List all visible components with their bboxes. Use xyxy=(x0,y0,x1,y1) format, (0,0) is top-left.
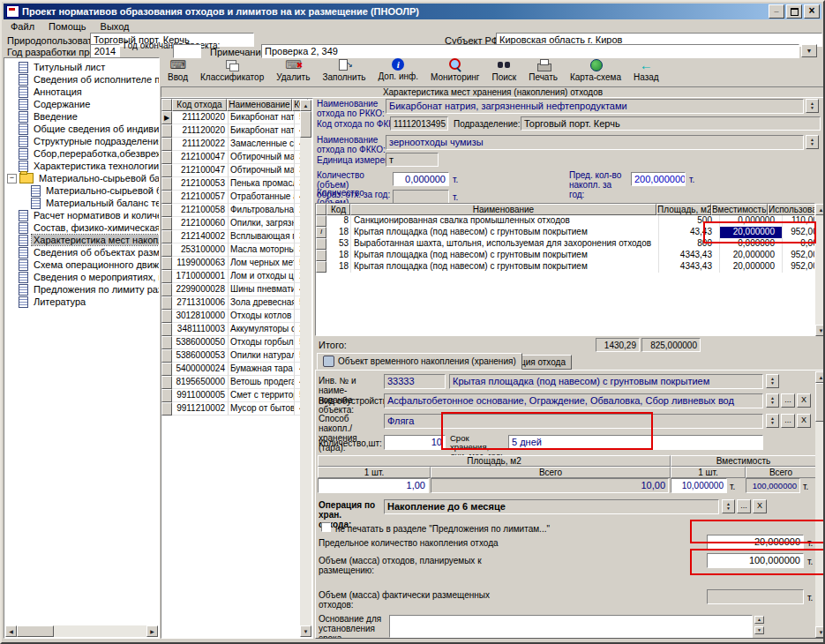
toolbar-button[interactable]: Ввод xyxy=(166,57,190,83)
row-selector[interactable] xyxy=(161,138,172,151)
rkko-field[interactable]: Бикарбонат натрия, загрязненный нефтепро… xyxy=(386,99,804,114)
waste-row[interactable]: 1199000063 Лом черных мета. 5 xyxy=(161,257,312,270)
row-selector[interactable] xyxy=(316,215,326,227)
tree-item[interactable]: Титульный лист xyxy=(4,61,159,73)
list-scroll-thumb[interactable] xyxy=(300,111,311,138)
waste-row[interactable]: 3481110003 Аккумуляторы св 2 xyxy=(161,323,312,336)
row-selector[interactable] xyxy=(161,151,172,164)
col-code[interactable]: Код xyxy=(326,204,350,215)
tree-item[interactable]: Сведения об объектах размещения отх xyxy=(4,246,159,258)
tree-item[interactable]: Сбор,переработка,обезвреживание,зах xyxy=(4,147,159,160)
waste-row[interactable]: 212100058 Фильтровальная 2 xyxy=(161,204,312,217)
sposob-dots-button[interactable]: ... xyxy=(781,414,795,428)
qty-in-field[interactable] xyxy=(393,190,449,204)
waste-row[interactable]: 5386000053 Опилки натураль 5 xyxy=(161,349,312,363)
restore-button[interactable] xyxy=(786,4,802,19)
oper-clear-button[interactable]: X xyxy=(753,499,767,513)
row-selector[interactable] xyxy=(161,124,172,138)
grid-scroll-up[interactable] xyxy=(815,204,825,215)
row-selector[interactable]: ▶ xyxy=(161,111,172,124)
row-selector[interactable] xyxy=(161,217,172,230)
row-selector[interactable] xyxy=(316,261,326,273)
row-selector[interactable] xyxy=(161,164,172,177)
vid-clear-button[interactable]: X xyxy=(797,393,811,408)
row-selector[interactable] xyxy=(161,389,172,402)
detail-scroll-down[interactable] xyxy=(815,626,825,638)
waste-row[interactable]: 253100000 Масла моторные 3 xyxy=(161,243,312,257)
toolbar-button[interactable]: Классификатор xyxy=(199,57,266,83)
osn-spin-down[interactable] xyxy=(754,626,764,634)
row-selector[interactable] xyxy=(161,363,172,376)
sposob-field[interactable]: Фляга xyxy=(384,414,763,429)
fkko-name-field[interactable]: зерноотходы чумизы xyxy=(386,135,804,150)
tree-item[interactable]: Сведения об исполнителе проекта xyxy=(4,73,159,86)
row-selector[interactable] xyxy=(161,349,172,363)
year-end-field[interactable] xyxy=(173,44,201,58)
fkko-name-spinner[interactable] xyxy=(806,135,819,149)
row-selector[interactable] xyxy=(316,250,326,261)
vol-plan-field[interactable]: 100,000000 xyxy=(707,553,804,568)
capacity-cell[interactable]: 20,000000 xyxy=(720,227,783,238)
vid-spinner[interactable] xyxy=(766,393,779,408)
tree-scroll-left[interactable] xyxy=(5,625,17,637)
capacity-cell[interactable]: 20,000000 xyxy=(720,250,783,261)
tree-item[interactable]: Состав, физико-химическая характерис xyxy=(4,221,159,234)
waste-row[interactable]: 2711310006 Зола древесная и 5 xyxy=(161,296,312,310)
toolbar-button[interactable]: Удалить xyxy=(274,57,311,83)
menu-item[interactable]: Файл xyxy=(4,20,41,33)
minimize-button[interactable] xyxy=(769,4,784,19)
waste-row[interactable]: 8195650000 Ветошь продегаз 4 xyxy=(161,376,312,389)
cap-one-field[interactable]: 10,000000 xyxy=(671,478,727,493)
vid-field[interactable]: Асфальтобетонное основание, Ограждение, … xyxy=(384,393,763,408)
detail-scroll-up[interactable] xyxy=(815,371,825,383)
capacity-cell[interactable]: 0,000000 xyxy=(720,215,783,227)
tree-scroll-thumb[interactable] xyxy=(17,625,54,637)
menu-item[interactable]: Помощь xyxy=(41,20,94,33)
limit-field[interactable]: 20,000000 xyxy=(707,535,804,550)
qty-form-field[interactable]: 0,000000 xyxy=(393,172,449,186)
row-selector[interactable] xyxy=(161,270,172,283)
tree-item[interactable]: Введение xyxy=(4,110,159,123)
waste-row[interactable]: 211120022 Замасленные сод 4 xyxy=(161,138,312,151)
tree-item[interactable]: Расчет нормативов и количества образ xyxy=(4,209,159,221)
waste-row[interactable]: 9911000005 Смет с территори 5 xyxy=(161,389,312,402)
tree-item[interactable]: Общие сведения об индивидуальном пр xyxy=(4,123,159,135)
unit-field[interactable]: т xyxy=(386,153,439,167)
waste-row[interactable]: 212100053 Пенька промасле 3 xyxy=(161,177,312,191)
grid-scroll-track[interactable] xyxy=(815,215,825,325)
row-selector[interactable] xyxy=(161,336,172,349)
waste-row[interactable]: 212140002 Всплывающая пл 3 xyxy=(161,230,312,243)
expand-icon[interactable]: − xyxy=(7,174,17,183)
col-cap[interactable]: Вместимость, т xyxy=(711,204,768,215)
toolbar-button[interactable]: Карта-схема xyxy=(568,57,623,83)
menu-item[interactable]: Выход xyxy=(94,20,137,33)
row-selector[interactable] xyxy=(161,402,172,416)
detail-scroll-thumb[interactable] xyxy=(815,383,825,422)
row-selector[interactable] xyxy=(161,376,172,389)
tree-item[interactable]: − Материально-сырьевой баланс xyxy=(4,172,159,184)
oper-spinner[interactable] xyxy=(722,499,735,513)
waste-row[interactable]: 212100060 Опилки, загрязне 1 xyxy=(161,217,312,230)
row-selector[interactable] xyxy=(161,283,172,296)
qty-field[interactable]: 10 xyxy=(384,435,446,450)
toolbar-button[interactable]: Мониторинг xyxy=(429,57,481,83)
toolbar-button[interactable]: Заполнить xyxy=(320,57,367,83)
col-name[interactable]: Наименование xyxy=(350,204,656,215)
name-header[interactable]: Наименование xyxy=(227,99,292,111)
waste-row[interactable]: 2299000028 Шины пневматиче 4 xyxy=(161,283,312,296)
vid-dots-button[interactable]: ... xyxy=(781,393,795,408)
tree-item[interactable]: Характеристика технологии производст xyxy=(4,160,159,172)
no-print-checkbox[interactable] xyxy=(321,522,331,532)
col-used[interactable]: Использовано, т xyxy=(768,204,815,215)
toolbar-button[interactable]: Печать xyxy=(527,57,559,83)
row-selector[interactable] xyxy=(161,323,172,336)
list-scroll-up[interactable] xyxy=(300,100,311,111)
inv-spinner[interactable] xyxy=(766,374,779,388)
sposob-clear-button[interactable]: X xyxy=(797,414,811,428)
tree-item[interactable]: Структурные подразделения и произво xyxy=(4,135,159,147)
waste-row[interactable]: 1710000001 Лом и отходы цве 2 xyxy=(161,270,312,283)
grid-scroll-down[interactable] xyxy=(815,325,825,336)
tree-item[interactable]: Аннотация xyxy=(4,86,159,98)
tree-item[interactable]: Материально-сырьевой баланс. Дв xyxy=(4,184,159,197)
capacity-cell[interactable]: 20,000000 xyxy=(720,261,783,273)
